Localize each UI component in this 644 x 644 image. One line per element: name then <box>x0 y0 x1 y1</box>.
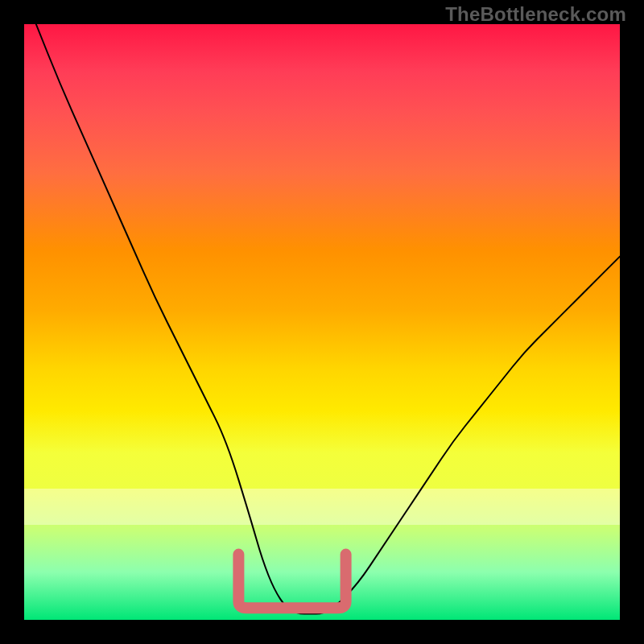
chart-frame: TheBottleneck.com <box>0 0 644 644</box>
chart-svg <box>24 24 620 620</box>
watermark-text: TheBottleneck.com <box>445 3 626 26</box>
chart-plot-area <box>24 24 620 620</box>
bottleneck-curve-line <box>36 24 620 614</box>
sweet-spot-highlight <box>238 555 345 609</box>
